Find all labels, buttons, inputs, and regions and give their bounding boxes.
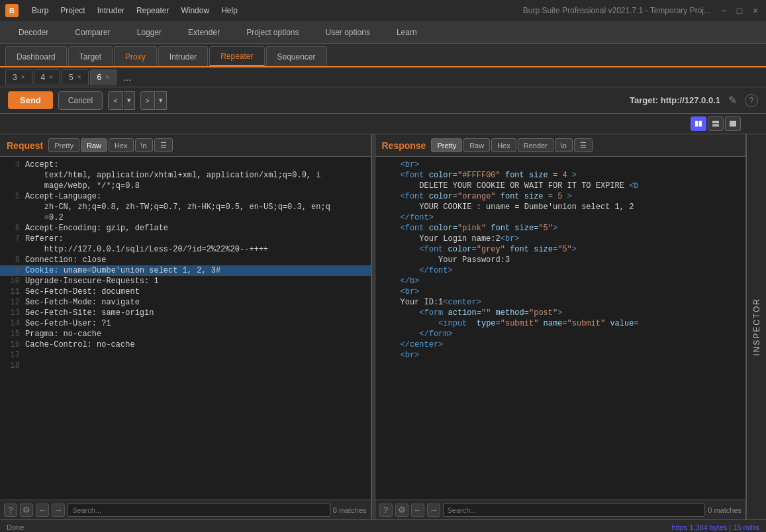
line-number: 6 bbox=[5, 224, 20, 233]
close-tab-5-icon[interactable]: × bbox=[77, 73, 81, 81]
close-tab-6-icon[interactable]: × bbox=[105, 73, 109, 81]
rep-tab-6[interactable]: 6 × bbox=[90, 69, 117, 85]
help-icon[interactable]: ? bbox=[745, 94, 758, 107]
menu-repeater[interactable]: Repeater bbox=[131, 4, 174, 17]
req-btn-menu[interactable]: ☰ bbox=[154, 138, 173, 152]
res-btn-newline[interactable]: \n bbox=[555, 138, 573, 152]
nav-project-options[interactable]: Project options bbox=[233, 21, 312, 44]
svg-rect-3 bbox=[712, 124, 719, 127]
line-number bbox=[5, 202, 20, 212]
line-number bbox=[381, 224, 395, 233]
maximize-button[interactable]: □ bbox=[734, 5, 745, 16]
nav-next-button[interactable]: > bbox=[140, 91, 155, 110]
request-code-line: 15Pragma: no-cache bbox=[0, 329, 371, 339]
res-btn-menu[interactable]: ☰ bbox=[574, 138, 593, 152]
layout-side-by-side[interactable] bbox=[691, 116, 706, 131]
line-content: </center> bbox=[401, 340, 741, 349]
req-btn-newline[interactable]: \n bbox=[135, 138, 153, 152]
res-btn-raw[interactable]: Raw bbox=[463, 138, 490, 152]
menu-burp[interactable]: Burp bbox=[26, 4, 54, 17]
line-content: Sec-Fetch-User: ?1 bbox=[25, 319, 365, 328]
edit-target-icon[interactable]: ✎ bbox=[726, 91, 740, 109]
tab-intruder[interactable]: Intruder bbox=[158, 46, 208, 66]
res-next-match-icon[interactable]: → bbox=[427, 504, 440, 517]
line-content: Your ID:1<center> bbox=[401, 298, 741, 307]
req-next-match-icon[interactable]: → bbox=[52, 504, 65, 517]
nav-logger[interactable]: Logger bbox=[124, 21, 175, 44]
request-code-line: 14Sec-Fetch-User: ?1 bbox=[0, 318, 371, 329]
layout-single[interactable] bbox=[725, 116, 741, 131]
res-btn-pretty[interactable]: Pretty bbox=[431, 138, 462, 152]
line-content: Your Login name:2<br> bbox=[401, 234, 741, 244]
line-number: 13 bbox=[5, 308, 20, 318]
cancel-button[interactable]: Cancel bbox=[58, 91, 103, 110]
close-tab-4-icon[interactable]: × bbox=[49, 73, 53, 81]
line-number: 10 bbox=[5, 277, 20, 286]
rep-tab-4[interactable]: 4 × bbox=[34, 69, 61, 85]
nav-decoder[interactable]: Decoder bbox=[5, 21, 62, 44]
line-content: <font color="#FFFF00" font size = 4 > bbox=[401, 171, 741, 180]
line-content: mage/webp, */*;q=0.8 bbox=[25, 181, 365, 191]
nav-extender[interactable]: Extender bbox=[175, 21, 233, 44]
line-content: Referer: bbox=[25, 234, 365, 244]
line-content: Sec-Fetch-Site: same-origin bbox=[25, 308, 365, 318]
res-btn-hex[interactable]: Hex bbox=[491, 138, 516, 152]
request-code-line: 17 bbox=[0, 350, 371, 361]
line-number bbox=[381, 308, 395, 318]
minimize-button[interactable]: − bbox=[718, 5, 729, 16]
nav-prev-button[interactable]: < bbox=[108, 91, 122, 110]
line-number: 9 bbox=[5, 266, 20, 275]
req-btn-raw[interactable]: Raw bbox=[81, 138, 107, 152]
tab-proxy[interactable]: Proxy bbox=[114, 46, 157, 66]
response-code-line: <form action="" method="post"> bbox=[375, 308, 746, 318]
tab-sequencer[interactable]: Sequencer bbox=[266, 46, 327, 66]
tab-target[interactable]: Target bbox=[68, 46, 113, 66]
response-code-area[interactable]: <br><font color="#FFFF00" font size = 4 … bbox=[375, 157, 746, 500]
close-tab-3-icon[interactable]: × bbox=[21, 73, 25, 81]
nav-comparer[interactable]: Comparer bbox=[62, 21, 123, 44]
response-search-bar: ? ⚙ ← → 0 matches bbox=[375, 500, 746, 519]
top-nav: Decoder Comparer Logger Extender Project… bbox=[0, 21, 766, 44]
req-btn-pretty[interactable]: Pretty bbox=[48, 138, 79, 152]
res-prev-match-icon[interactable]: ← bbox=[411, 504, 424, 517]
nav-next-dropdown[interactable]: ▾ bbox=[156, 91, 167, 110]
close-button[interactable]: × bbox=[750, 5, 761, 16]
request-code-line: http://127.0.0.1/sqli/Less-20/?id=2%22%2… bbox=[0, 244, 371, 255]
line-number: 18 bbox=[5, 361, 20, 371]
title-bar: B Burp Project Intruder Repeater Window … bbox=[0, 0, 766, 21]
line-content: Sec-Fetch-Dest: document bbox=[25, 287, 365, 296]
line-number bbox=[381, 160, 395, 169]
menu-project[interactable]: Project bbox=[55, 4, 90, 17]
req-btn-hex[interactable]: Hex bbox=[109, 138, 134, 152]
nav-prev-dropdown[interactable]: ▾ bbox=[124, 91, 135, 110]
rep-tab-5[interactable]: 5 × bbox=[62, 69, 89, 85]
nav-learn[interactable]: Learn bbox=[383, 21, 430, 44]
req-help-icon[interactable]: ? bbox=[4, 504, 17, 517]
nav-user-options[interactable]: User options bbox=[312, 21, 383, 44]
rep-tab-3[interactable]: 3 × bbox=[5, 69, 32, 85]
layout-stacked[interactable] bbox=[708, 116, 724, 131]
response-title: Response bbox=[382, 140, 426, 151]
res-btn-render[interactable]: Render bbox=[518, 138, 553, 152]
inspector-panel: INSPECTOR bbox=[746, 134, 766, 519]
req-prev-match-icon[interactable]: ← bbox=[36, 504, 49, 517]
line-number: 14 bbox=[5, 319, 20, 328]
res-help-icon[interactable]: ? bbox=[379, 504, 393, 517]
request-search-input[interactable] bbox=[68, 504, 330, 517]
response-search-input[interactable] bbox=[443, 504, 706, 517]
request-code-area[interactable]: 4Accept: text/html, application/xhtml+xm… bbox=[0, 157, 371, 500]
rep-tab-more[interactable]: ... bbox=[118, 72, 136, 83]
request-code-line: 16Cache-Control: no-cache bbox=[0, 339, 371, 350]
tab-repeater[interactable]: Repeater bbox=[209, 46, 264, 66]
req-settings-icon[interactable]: ⚙ bbox=[20, 504, 33, 517]
menu-intruder[interactable]: Intruder bbox=[92, 4, 130, 17]
response-code-line: DELETE YOUR COOKIE OR WAIT FOR IT TO EXP… bbox=[375, 181, 746, 191]
tab-dashboard[interactable]: Dashboard bbox=[5, 46, 67, 66]
menu-window[interactable]: Window bbox=[175, 4, 215, 17]
menu-help[interactable]: Help bbox=[216, 4, 243, 17]
response-code-line: </font> bbox=[375, 265, 746, 276]
send-button[interactable]: Send bbox=[8, 91, 53, 109]
line-content: text/html, application/xhtml+xml, applic… bbox=[25, 171, 365, 180]
res-settings-icon[interactable]: ⚙ bbox=[395, 504, 408, 517]
line-number bbox=[381, 298, 395, 307]
